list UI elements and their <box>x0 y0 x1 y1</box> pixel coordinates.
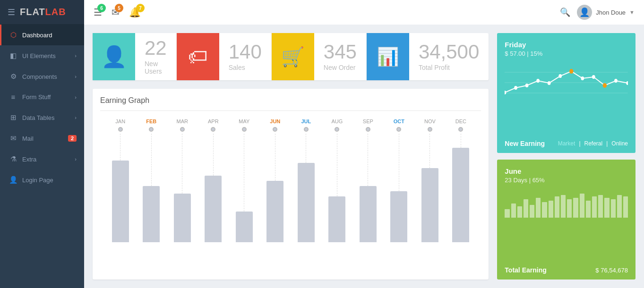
dot-row <box>100 127 481 132</box>
green-bar <box>567 199 572 218</box>
bar-col <box>109 134 132 242</box>
sidebar-item-mail[interactable]: ✉ Mail 2 <box>0 128 84 149</box>
user-name: Jhon Doue <box>596 9 626 16</box>
brand-name: FLATLAB <box>20 7 66 17</box>
sidebar-item-components[interactable]: ⚙ Components › <box>0 66 84 87</box>
mail-badge: 2 <box>68 135 77 142</box>
sidebar-nav: ⬡ Dashboard ◧ UI Elements › ⚙ Components… <box>0 25 84 288</box>
svg-point-9 <box>569 69 573 74</box>
bar-col <box>387 134 411 242</box>
month-label: APR <box>201 119 225 124</box>
month-label: MAR <box>171 119 194 124</box>
panel-value: $ 57.00 | 15% <box>505 50 628 57</box>
sidebar-item-label: Dashboard <box>22 32 52 39</box>
svg-point-6 <box>537 79 540 83</box>
list-icon-wrap[interactable]: ☰ 6 <box>94 7 102 18</box>
dot-wrap <box>325 127 349 132</box>
dropdown-arrow-icon: ▼ <box>629 9 635 15</box>
svg-point-5 <box>525 84 529 87</box>
sidebar-item-ui-elements[interactable]: ◧ UI Elements › <box>0 45 84 66</box>
panel-green-footer: Total Earning $ 76,54,678 <box>505 266 628 274</box>
month-label: DEC <box>449 119 472 124</box>
green-bar <box>561 195 566 218</box>
profit-icon-box: 📊 <box>367 33 409 80</box>
bar-col <box>418 134 442 242</box>
sidebar-header: ☰ FLATLAB <box>0 0 84 25</box>
sidebar-item-data-tables[interactable]: ⊞ Data Tables › <box>0 107 84 128</box>
sidebar-item-label: Components <box>22 73 57 80</box>
graph-dot <box>118 127 123 132</box>
users-number: 22 <box>145 38 167 58</box>
svg-point-8 <box>559 74 562 78</box>
graph-dot <box>304 127 309 132</box>
stat-card-profit: 📊 34,500 Total Profit <box>367 33 489 80</box>
sidebar-item-login-page[interactable]: 👤 Login Page <box>0 169 84 190</box>
sales-icon-box: 🏷 <box>177 33 219 80</box>
sidebar-item-label: Mail <box>22 135 34 142</box>
month-label: OCT <box>387 119 411 124</box>
orders-label: New Order <box>324 64 357 71</box>
chevron-right-icon: › <box>75 74 77 79</box>
sidebar-item-label: Login Page <box>22 177 53 184</box>
sales-number: 140 <box>229 42 262 62</box>
graph-dot <box>428 127 432 132</box>
bell-badge: 7 <box>136 4 145 12</box>
bar-col <box>294 134 318 242</box>
panel-day: Friday <box>505 41 628 49</box>
dot-wrap <box>139 127 163 132</box>
panel-teal-links: Market | Referal | Online <box>558 140 628 147</box>
online-link[interactable]: Online <box>611 140 628 147</box>
content-right: Friday $ 57.00 | 15% <box>497 33 635 280</box>
graph-dot <box>396 127 401 132</box>
bar <box>112 161 129 242</box>
green-bar <box>549 201 553 218</box>
graph-title: Earning Graph <box>100 96 481 105</box>
chevron-right-icon: › <box>75 94 77 100</box>
green-bar <box>536 198 541 218</box>
sidebar-item-label: UI Elements <box>22 52 56 59</box>
bar-col <box>263 134 287 242</box>
extra-icon: ⚗ <box>9 155 17 163</box>
graph-dot <box>458 127 463 132</box>
mail-badge: 5 <box>115 4 123 12</box>
users-icon-box: 👤 <box>93 33 135 80</box>
search-icon[interactable]: 🔍 <box>560 7 570 17</box>
sidebar-item-label: Extra <box>22 156 36 163</box>
graph-dot <box>211 127 215 132</box>
referal-link[interactable]: Referal <box>584 140 603 147</box>
sales-label: Sales <box>229 64 262 71</box>
svg-point-12 <box>603 83 607 88</box>
profit-number: 34,500 <box>419 42 479 62</box>
green-bar <box>580 194 584 218</box>
svg-point-3 <box>505 91 506 94</box>
dot-wrap <box>171 127 194 132</box>
users-label: New Users <box>145 60 167 75</box>
cart-icon: 🛒 <box>281 46 305 68</box>
hamburger-icon[interactable]: ☰ <box>8 7 15 17</box>
graph-months: JANFEBMARAPRMAYJUNJULAUGSEPOCTNOVDEC <box>100 119 481 124</box>
green-bar <box>524 199 528 218</box>
list-badge: 6 <box>97 4 106 12</box>
green-bar <box>598 195 603 218</box>
market-link[interactable]: Market <box>558 140 575 147</box>
sidebar-item-form-stuff[interactable]: ≡ Form Stuff › <box>0 87 84 107</box>
sidebar-item-extra[interactable]: ⚗ Extra › <box>0 149 84 169</box>
green-bar <box>505 209 509 218</box>
dot-wrap <box>449 127 472 132</box>
bell-icon-wrap[interactable]: 🔔 7 <box>129 7 141 18</box>
tag-icon: 🏷 <box>188 45 208 68</box>
graph-dot <box>366 127 370 132</box>
bar-col <box>325 134 349 242</box>
mail-icon-wrap[interactable]: ✉ 5 <box>112 7 120 18</box>
content-area: 👤 22 New Users 🏷 140 Sales <box>84 25 644 288</box>
bar <box>421 168 438 242</box>
month-label: AUG <box>325 119 349 124</box>
sidebar-item-dashboard[interactable]: ⬡ Dashboard <box>0 25 84 45</box>
month-label: JUL <box>294 119 318 124</box>
green-bar <box>611 199 616 218</box>
svg-point-13 <box>614 79 618 83</box>
user-menu[interactable]: 👤 Jhon Doue ▼ <box>577 5 635 20</box>
green-bar <box>517 206 522 218</box>
graph-dot <box>242 127 247 132</box>
chart-icon: 📊 <box>377 46 399 67</box>
